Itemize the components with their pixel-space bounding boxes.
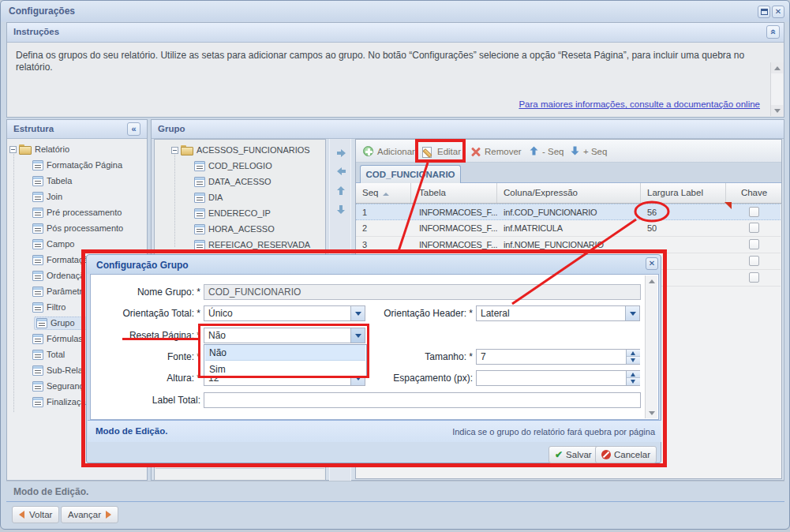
edit-icon	[422, 146, 433, 157]
tree-node[interactable]: Campo	[7, 236, 147, 252]
spinner-up-icon[interactable]	[627, 371, 640, 378]
tree-node-relatorio[interactable]: Relatório	[7, 141, 147, 157]
column-header-coluna[interactable]: Coluna/Expressão	[497, 183, 641, 203]
chave-checkbox[interactable]	[749, 272, 759, 283]
nome-grupo-field[interactable]: COD_FUNCIONARIO	[204, 284, 641, 300]
chave-checkbox[interactable]	[749, 239, 759, 249]
tree-node-label: ENDERECO_IP	[208, 208, 271, 218]
report-item-icon	[32, 302, 43, 313]
tree-node-label: Formatação Página	[47, 160, 122, 170]
report-item-icon	[32, 271, 43, 281]
avancar-button[interactable]: Avançar	[61, 506, 118, 523]
scroll-up-icon[interactable]	[771, 62, 784, 73]
tamanho-spinner[interactable]: 7	[476, 349, 640, 365]
spinner-down-icon[interactable]	[627, 357, 640, 364]
tree-node[interactable]: DIA	[155, 189, 325, 205]
chevron-double-up-icon: »	[767, 29, 779, 35]
scroll-down-icon[interactable]	[646, 407, 658, 418]
dropdown-option-nao[interactable]: Não	[205, 345, 365, 361]
tree-node-label: Fórmulas	[47, 334, 83, 343]
report-item-icon	[32, 287, 43, 297]
label-total-label: Label Total:	[91, 395, 200, 406]
tree-node[interactable]: REFEICAO_RESERVADA	[155, 237, 325, 253]
orientacao-total-combo[interactable]: Único	[204, 305, 365, 321]
reseta-pagina-dropdown: Não Sim	[204, 344, 367, 378]
tree-node[interactable]: COD_RELOGIO	[155, 158, 325, 174]
tree-node-label: HORA_ACESSO	[208, 224, 275, 234]
instructions-panel: Instruções » Defina os grupos do seu rel…	[6, 22, 784, 118]
tree-node[interactable]: Join	[7, 189, 147, 204]
instructions-body: Defina os grupos do seu relatório. Utili…	[7, 43, 784, 117]
tree-node[interactable]: Tabela	[7, 173, 147, 189]
column-header-tabela[interactable]: Tabela	[411, 183, 497, 203]
instructions-scrollbar[interactable]	[770, 62, 783, 116]
column-header-largura[interactable]: Largura Label	[641, 183, 726, 203]
grupo-title: Grupo	[158, 124, 185, 133]
reseta-pagina-combo[interactable]: Não	[204, 328, 365, 343]
cancelar-button[interactable]: Cancelar	[595, 446, 657, 463]
dialog-close-button[interactable]: ✕	[646, 257, 658, 270]
tree-node[interactable]: Pós processamento	[7, 220, 147, 236]
spinner-buttons[interactable]	[626, 350, 639, 364]
remover-button[interactable]: Remover	[471, 144, 522, 158]
report-item-icon	[32, 255, 43, 265]
move-down-button[interactable]	[332, 201, 350, 217]
close-icon: ✕	[775, 7, 781, 16]
dialog-scrollbar[interactable]	[645, 275, 657, 418]
salvar-button[interactable]: ✔Salvar	[549, 446, 598, 463]
move-up-button[interactable]	[332, 182, 350, 198]
grid-row-3[interactable]: 3 INFORMACOES_F... inf.NOME_FUNCIONARIO	[356, 237, 781, 253]
spinner-up-icon[interactable]	[627, 350, 640, 357]
dropdown-option-sim[interactable]: Sim	[205, 362, 365, 377]
seq-minus-button[interactable]: - Seq	[530, 144, 564, 158]
documentation-link[interactable]: Para maiores informações, consulte a doc…	[519, 99, 760, 109]
remove-icon	[471, 147, 481, 156]
spinner-buttons[interactable]	[626, 371, 639, 385]
chave-checkbox[interactable]	[749, 223, 759, 233]
tree-node[interactable]: Pré processamento	[7, 204, 147, 220]
close-button[interactable]: ✕	[772, 6, 784, 18]
chave-checkbox[interactable]	[749, 207, 759, 217]
maximize-button[interactable]	[758, 6, 770, 18]
spinner-down-icon[interactable]	[627, 378, 640, 385]
scroll-down-icon[interactable]	[771, 105, 784, 116]
combo-trigger-icon[interactable]	[625, 306, 639, 320]
close-icon: ✕	[649, 259, 655, 268]
report-item-icon	[32, 397, 43, 407]
tree-node[interactable]: DATA_ACESSO	[155, 174, 325, 189]
dialog-statusbar: Modo de Edição. Indica se o grupo do rel…	[88, 420, 661, 442]
combo-trigger-icon[interactable]	[350, 328, 365, 343]
tree-node[interactable]: ENDERECO_IP	[155, 205, 325, 221]
maximize-icon	[761, 9, 768, 15]
move-right-button[interactable]	[332, 145, 350, 161]
tree-node-label: ACESSOS_FUNCIONARIOS	[197, 145, 310, 155]
collapse-instructions-button[interactable]: »	[766, 25, 780, 39]
tree-node[interactable]: HORA_ACESSO	[155, 221, 325, 237]
collapse-estrutura-button[interactable]: «	[127, 122, 140, 136]
espacamento-spinner[interactable]	[476, 370, 640, 386]
tree-horizontal-scrollbar[interactable]	[155, 468, 324, 479]
arrow-up-icon	[530, 146, 538, 157]
collapse-node-icon[interactable]	[9, 146, 17, 153]
adicionar-button[interactable]: Adicionar	[363, 144, 415, 158]
tree-node-label: Finalizaçã	[47, 397, 86, 406]
tree-node-label: Total	[47, 350, 65, 359]
column-header-seq[interactable]: Seq	[356, 183, 411, 203]
scroll-up-icon[interactable]	[646, 275, 658, 287]
move-left-button[interactable]	[332, 163, 350, 179]
voltar-button[interactable]: Voltar	[12, 506, 59, 523]
orientacao-header-combo[interactable]: Lateral	[476, 305, 640, 321]
cancel-icon	[601, 450, 611, 459]
editar-button[interactable]: Editar	[422, 144, 461, 158]
collapse-node-icon[interactable]	[171, 147, 178, 154]
tab-cod-funcionario[interactable]: COD_FUNCIONARIO	[360, 165, 461, 183]
label-total-field[interactable]	[204, 392, 641, 408]
column-header-chave[interactable]: Chave	[726, 183, 782, 203]
seq-plus-button[interactable]: + Seq	[571, 144, 607, 158]
chave-checkbox[interactable]	[749, 256, 759, 266]
grid-row-2[interactable]: 2 INFORMACOES_F... inf.MATRICULA 50	[356, 220, 781, 237]
adicionar-label: Adicionar	[377, 147, 415, 156]
tree-node[interactable]: Formatação Página	[7, 157, 147, 173]
grid-row-1[interactable]: 1 INFORMACOES_F... inf.COD_FUNCIONARIO 5…	[356, 204, 781, 220]
tree-node-acessos[interactable]: ACESSOS_FUNCIONARIOS	[155, 142, 325, 158]
